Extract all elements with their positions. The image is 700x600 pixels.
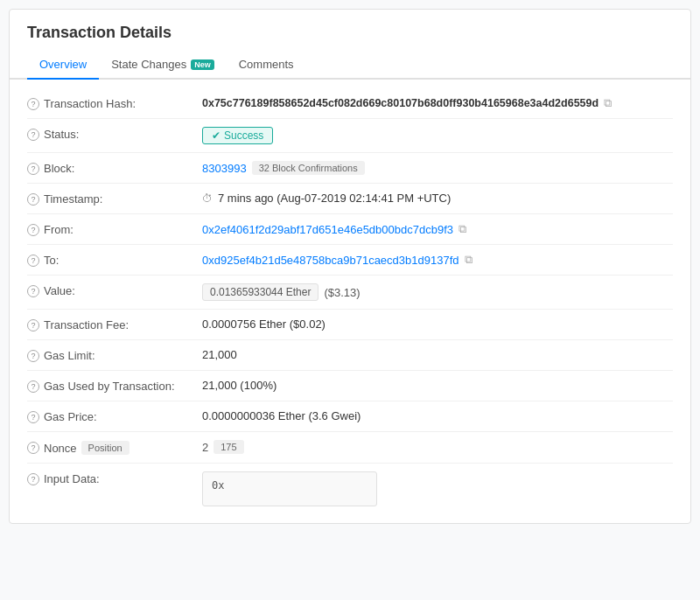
tabs-bar: Overview State Changes New Comments xyxy=(10,51,690,80)
position-badge: Position xyxy=(81,441,130,455)
row-gas-used: ? Gas Used by Transaction: 21,000 (100%) xyxy=(27,371,673,401)
row-transaction-hash: ? Transaction Hash: 0x75c776189f858652d4… xyxy=(27,88,673,119)
help-icon-gas-price[interactable]: ? xyxy=(27,411,39,423)
value-gas-limit: 21,000 xyxy=(202,348,673,361)
help-icon-gas-limit[interactable]: ? xyxy=(27,350,39,362)
confirmations-badge: 32 Block Confirmations xyxy=(252,161,365,175)
value-transaction-fee: 0.0000756 Ether ($0.02) xyxy=(202,317,673,331)
tab-comments[interactable]: Comments xyxy=(227,51,306,80)
label-timestamp: ? Timestamp: xyxy=(27,192,202,206)
value-gas-used: 21,000 (100%) xyxy=(202,379,673,392)
row-transaction-fee: ? Transaction Fee: 0.0000756 Ether ($0.0… xyxy=(27,310,673,340)
label-transaction-fee: ? Transaction Fee: xyxy=(27,317,202,331)
page-title: Transaction Details xyxy=(10,10,690,51)
label-transaction-hash: ? Transaction Hash: xyxy=(27,96,202,110)
value-value: 0.01365933044 Ether ($3.13) xyxy=(202,283,673,301)
value-gas-price: 0.0000000036 Ether (3.6 Gwei) xyxy=(202,409,673,422)
copy-to-icon[interactable]: ⧉ xyxy=(465,253,472,267)
help-icon-input-data[interactable]: ? xyxy=(27,473,39,485)
value-block: 8303993 32 Block Confirmations xyxy=(202,161,673,175)
row-from: ? From: 0x2ef4061f2d29abf17d651e46e5db00… xyxy=(27,214,673,245)
label-block: ? Block: xyxy=(27,161,202,175)
value-input-data: 0x xyxy=(202,471,673,506)
to-address-link[interactable]: 0xd925ef4b21d5e48758bca9b71caecd3b1d9137… xyxy=(202,254,459,267)
copy-tx-hash-icon[interactable]: ⧉ xyxy=(604,96,612,110)
value-timestamp: ⏱ 7 mins ago (Aug-07-2019 02:14:41 PM +U… xyxy=(202,192,673,205)
label-gas-price: ? Gas Price: xyxy=(27,409,202,423)
label-nonce: ? Nonce Position xyxy=(27,440,202,455)
tab-state-changes[interactable]: State Changes New xyxy=(99,51,227,80)
usd-amount: ($3.13) xyxy=(324,286,360,299)
help-icon-status[interactable]: ? xyxy=(27,129,39,141)
tab-overview[interactable]: Overview xyxy=(27,51,99,80)
copy-from-icon[interactable]: ⧉ xyxy=(458,222,466,236)
row-gas-limit: ? Gas Limit: 21,000 xyxy=(27,340,673,371)
row-to: ? To: 0xd925ef4b21d5e48758bca9b71caecd3b… xyxy=(27,245,673,276)
help-icon-timestamp[interactable]: ? xyxy=(27,193,39,206)
help-icon-block[interactable]: ? xyxy=(27,163,39,175)
help-icon-nonce[interactable]: ? xyxy=(27,442,39,454)
clock-icon: ⏱ xyxy=(202,192,213,205)
status-badge: ✔ Success xyxy=(202,127,273,144)
block-number-link[interactable]: 8303993 xyxy=(202,162,247,175)
label-input-data: ? Input Data: xyxy=(27,471,202,485)
value-transaction-hash: 0x75c776189f858652d45cf082d669c80107b68d… xyxy=(202,96,673,110)
overview-content: ? Transaction Hash: 0x75c776189f858652d4… xyxy=(10,80,690,523)
row-block: ? Block: 8303993 32 Block Confirmations xyxy=(27,153,673,184)
nonce-position: 175 xyxy=(214,440,243,454)
help-icon-tx-fee[interactable]: ? xyxy=(27,319,39,331)
label-to: ? To: xyxy=(27,253,202,267)
help-icon-value[interactable]: ? xyxy=(27,285,39,297)
input-data-box: 0x xyxy=(202,471,377,506)
row-gas-price: ? Gas Price: 0.0000000036 Ether (3.6 Gwe… xyxy=(27,401,673,432)
label-gas-used: ? Gas Used by Transaction: xyxy=(27,379,202,393)
check-icon: ✔ xyxy=(212,129,220,142)
help-icon-to[interactable]: ? xyxy=(27,255,39,267)
help-icon-tx-hash[interactable]: ? xyxy=(27,98,39,110)
row-value: ? Value: 0.01365933044 Ether ($3.13) xyxy=(27,276,673,310)
row-status: ? Status: ✔ Success xyxy=(27,119,673,153)
transaction-details-card: Transaction Details Overview State Chang… xyxy=(9,9,691,524)
new-badge: New xyxy=(191,59,214,70)
help-icon-from[interactable]: ? xyxy=(27,224,39,236)
label-value: ? Value: xyxy=(27,283,202,297)
row-input-data: ? Input Data: 0x xyxy=(27,464,673,514)
from-address-link[interactable]: 0x2ef4061f2d29abf17d651e46e5db00bdc7dcb9… xyxy=(202,223,453,236)
row-timestamp: ? Timestamp: ⏱ 7 mins ago (Aug-07-2019 0… xyxy=(27,184,673,214)
nonce-number: 2 xyxy=(202,441,208,454)
value-from: 0x2ef4061f2d29abf17d651e46e5db00bdc7dcb9… xyxy=(202,222,673,236)
label-status: ? Status: xyxy=(27,127,202,141)
label-gas-limit: ? Gas Limit: xyxy=(27,348,202,362)
value-to: 0xd925ef4b21d5e48758bca9b71caecd3b1d9137… xyxy=(202,253,673,267)
value-status: ✔ Success xyxy=(202,127,673,144)
value-nonce: 2 175 xyxy=(202,440,673,454)
ether-amount: 0.01365933044 Ether xyxy=(202,283,318,301)
row-nonce: ? Nonce Position 2 175 xyxy=(27,432,673,464)
label-from: ? From: xyxy=(27,222,202,236)
help-icon-gas-used[interactable]: ? xyxy=(27,380,39,393)
